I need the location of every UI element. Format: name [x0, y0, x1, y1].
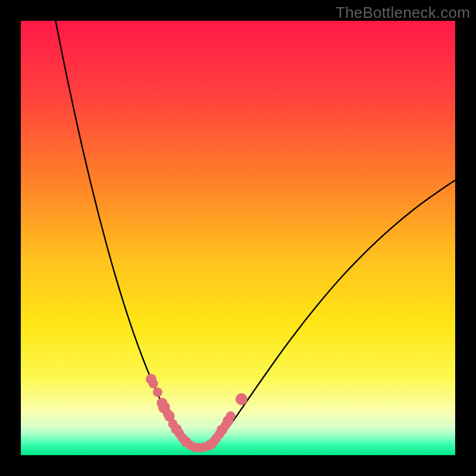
curve-marker — [236, 393, 248, 405]
watermark-text: TheBottleneck.com — [336, 4, 470, 22]
curve-layer — [21, 21, 455, 455]
curve-marker — [149, 379, 158, 389]
plot-frame — [21, 21, 455, 455]
curve-markers — [146, 374, 248, 452]
bottleneck-curve — [55, 21, 455, 448]
curve-marker — [226, 411, 236, 421]
curve-marker — [153, 387, 162, 397]
